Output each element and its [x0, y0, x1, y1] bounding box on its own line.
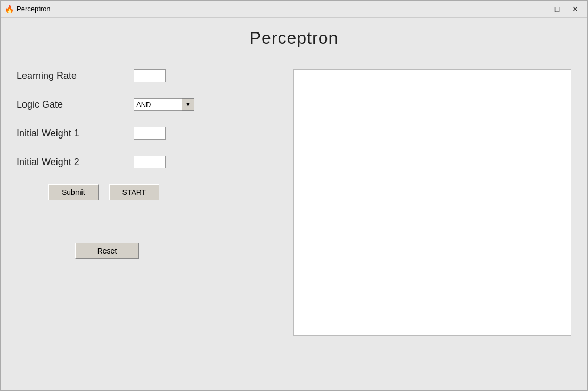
initial-weight1-row: Initial Weight 1 — [17, 127, 272, 140]
start-button[interactable]: START — [109, 184, 160, 200]
initial-weight2-row: Initial Weight 2 — [17, 156, 272, 168]
title-bar: 🔥 Perceptron — □ ✕ — [1, 1, 587, 18]
display-panel — [293, 69, 571, 336]
left-panel: Learning Rate Logic Gate AND OR NAND NOR… — [17, 69, 272, 336]
main-area: Learning Rate Logic Gate AND OR NAND NOR… — [17, 69, 571, 336]
action-buttons-row: Submit START — [48, 184, 272, 200]
title-bar-left: 🔥 Perceptron — [5, 5, 51, 13]
maximize-button[interactable]: □ — [549, 4, 565, 14]
submit-button[interactable]: Submit — [48, 184, 99, 200]
learning-rate-label: Learning Rate — [17, 70, 134, 82]
dropdown-arrow-icon[interactable]: ▼ — [182, 98, 194, 111]
logic-gate-label: Logic Gate — [17, 99, 134, 110]
reset-button[interactable]: Reset — [75, 243, 139, 259]
initial-weight1-input[interactable] — [134, 127, 166, 140]
title-bar-controls: — □ ✕ — [531, 4, 583, 14]
app-icon: 🔥 — [5, 5, 13, 13]
logic-gate-select-container: AND OR NAND NOR XOR ▼ — [134, 98, 194, 111]
main-window: 🔥 Perceptron — □ ✕ Perceptron Learning R… — [0, 0, 588, 391]
logic-gate-row: Logic Gate AND OR NAND NOR XOR ▼ — [17, 98, 272, 111]
minimize-button[interactable]: — — [531, 4, 547, 14]
title-bar-title: Perceptron — [17, 5, 51, 13]
learning-rate-input[interactable] — [134, 69, 166, 82]
reset-row: Reset — [75, 243, 272, 259]
initial-weight2-input[interactable] — [134, 156, 166, 168]
learning-rate-row: Learning Rate — [17, 69, 272, 82]
logic-gate-select[interactable]: AND OR NAND NOR XOR — [134, 98, 182, 111]
close-button[interactable]: ✕ — [567, 4, 583, 14]
app-title: Perceptron — [17, 28, 571, 48]
initial-weight1-label: Initial Weight 1 — [17, 128, 134, 139]
window-content: Perceptron Learning Rate Logic Gate AND … — [1, 18, 587, 390]
initial-weight2-label: Initial Weight 2 — [17, 157, 134, 168]
